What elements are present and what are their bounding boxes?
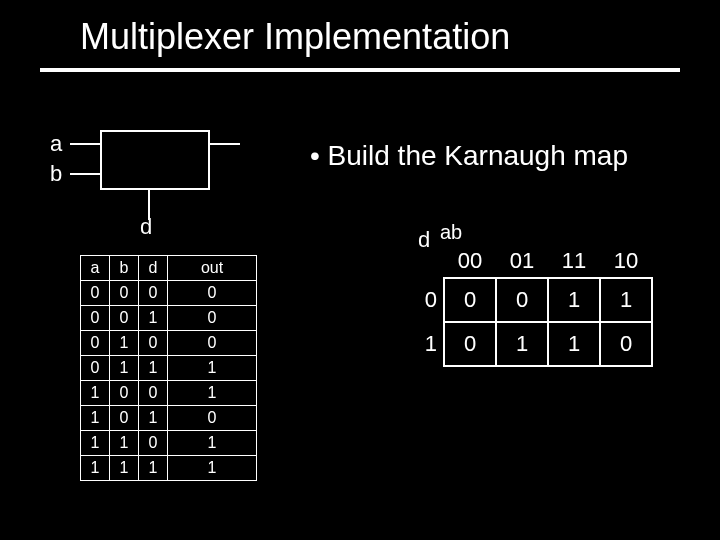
kmap-colh: 00 [444,245,496,278]
truth-cell: 0 [81,356,110,381]
truth-cell: 1 [81,406,110,431]
kmap-cell: 1 [548,322,600,366]
truth-cell: 1 [168,431,257,456]
truth-cell: 0 [110,281,139,306]
truth-cell: 1 [81,431,110,456]
truth-cell: 0 [168,406,257,431]
wire-out [210,143,240,145]
page-title: Multiplexer Implementation [80,16,680,58]
kmap-cell: 0 [444,322,496,366]
truth-cell: 0 [139,281,168,306]
truth-cell: 0 [110,381,139,406]
th-out: out [168,256,257,281]
truth-cell: 1 [139,406,168,431]
table-row: 1101 [81,431,257,456]
mux-box [100,130,210,190]
kmap: d ab 00 01 11 10 0 0 0 1 1 1 0 1 1 [400,225,653,367]
label-b: b [50,161,62,187]
label-a: a [50,131,62,157]
table-row: 0111 [81,356,257,381]
truth-cell: 1 [139,356,168,381]
table-row: 0000 [81,281,257,306]
wire-a [70,143,100,145]
truth-cell: 1 [168,381,257,406]
kmap-cell: 0 [600,322,652,366]
table-row: 1010 [81,406,257,431]
truth-cell: 1 [110,356,139,381]
kmap-cell: 1 [600,278,652,322]
wire-b [70,173,100,175]
label-d: d [140,214,152,240]
truth-cell: 1 [139,306,168,331]
kmap-cell: 0 [496,278,548,322]
th-a: a [81,256,110,281]
kmap-rowh: 0 [400,278,444,322]
truth-cell: 0 [110,406,139,431]
table-row: 0100 [81,331,257,356]
slide: Multiplexer Implementation a b d • Build… [0,0,720,540]
table-row: 0010 [81,306,257,331]
truth-cell: 0 [81,306,110,331]
table-row: 1001 [81,381,257,406]
truth-cell: 0 [81,331,110,356]
th-b: b [110,256,139,281]
title-divider [40,68,680,72]
truth-cell: 0 [168,331,257,356]
truth-cell: 0 [81,281,110,306]
table-row: a b d out [81,256,257,281]
truth-cell: 1 [139,456,168,481]
truth-cell: 0 [139,381,168,406]
truth-cell: 0 [168,281,257,306]
kmap-cell: 0 [444,278,496,322]
kmap-row: 0 0 0 1 1 [400,278,652,322]
kmap-cell: 1 [496,322,548,366]
truth-cell: 1 [110,456,139,481]
kmap-col-var: ab [440,221,462,244]
truth-cell: 1 [168,456,257,481]
bullet-text: • Build the Karnaugh map [310,140,628,172]
truth-cell: 1 [81,381,110,406]
table-row: 1111 [81,456,257,481]
truth-cell: 0 [110,306,139,331]
truth-cell: 0 [168,306,257,331]
kmap-colh: 10 [600,245,652,278]
truth-cell: 1 [81,456,110,481]
kmap-row-var: d [418,227,430,253]
truth-cell: 1 [168,356,257,381]
kmap-rowh: 1 [400,322,444,366]
truth-cell: 0 [139,431,168,456]
truth-cell: 1 [110,431,139,456]
kmap-colh: 11 [548,245,600,278]
kmap-cell: 1 [548,278,600,322]
truth-cell: 1 [110,331,139,356]
kmap-row: 1 0 1 1 0 [400,322,652,366]
truth-table: a b d out 000000100100011110011010110111… [80,255,257,481]
th-d: d [139,256,168,281]
kmap-colh: 01 [496,245,548,278]
truth-cell: 0 [139,331,168,356]
